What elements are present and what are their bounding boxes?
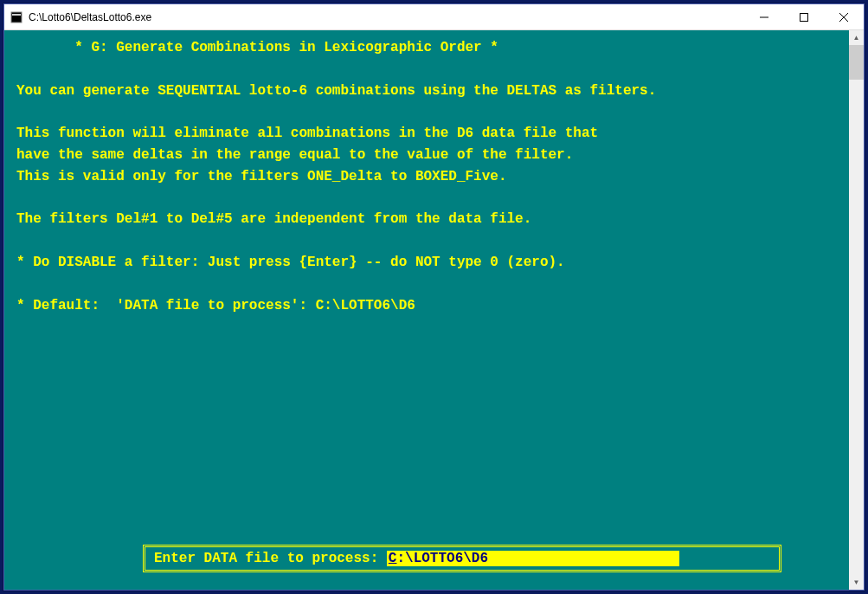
scroll-up-arrow[interactable]: ▲ <box>849 30 864 45</box>
intro-line: You can generate SEQUENTIAL lotto-6 comb… <box>16 83 656 99</box>
filters-line: The filters Del#1 to Del#5 are independe… <box>16 211 531 227</box>
svg-rect-3 <box>800 13 808 21</box>
disable-line: * Do DISABLE a filter: Just press {Enter… <box>16 255 565 270</box>
window-title: C:\Lotto6\DeltasLotto6.exe <box>29 11 744 23</box>
maximize-button[interactable] <box>784 4 824 29</box>
scrollbar-thumb[interactable] <box>849 45 864 80</box>
console-area: * G: Generate Combinations in Lexicograp… <box>4 30 864 590</box>
para2-line1: This function will eliminate all combina… <box>16 126 598 141</box>
default-line: * Default: 'DATA file to process': C:\LO… <box>16 298 415 313</box>
console-output: * G: Generate Combinations in Lexicograp… <box>16 37 852 316</box>
svg-rect-1 <box>12 14 21 16</box>
scrollbar-track[interactable]: ▲ ▼ <box>849 30 864 590</box>
para2-line2: have the same deltas in the range equal … <box>16 147 573 163</box>
titlebar: C:\Lotto6\DeltasLotto6.exe <box>4 4 864 30</box>
input-prompt-box: Enter DATA file to process: C:\LOTTO6\D6 <box>143 545 781 572</box>
window-controls <box>744 4 864 29</box>
data-file-input[interactable]: C:\LOTTO6\D6 <box>387 551 679 566</box>
svg-rect-0 <box>11 12 22 23</box>
heading-line: * G: Generate Combinations in Lexicograp… <box>16 40 498 55</box>
app-icon <box>10 10 23 24</box>
prompt-label: Enter DATA file to process: <box>154 551 387 566</box>
close-button[interactable] <box>824 4 864 29</box>
minimize-button[interactable] <box>744 4 784 29</box>
scroll-down-arrow[interactable]: ▼ <box>849 575 864 590</box>
app-window: C:\Lotto6\DeltasLotto6.exe * G: Generate… <box>3 3 865 591</box>
para2-line3: This is valid only for the filters ONE_D… <box>16 169 507 184</box>
